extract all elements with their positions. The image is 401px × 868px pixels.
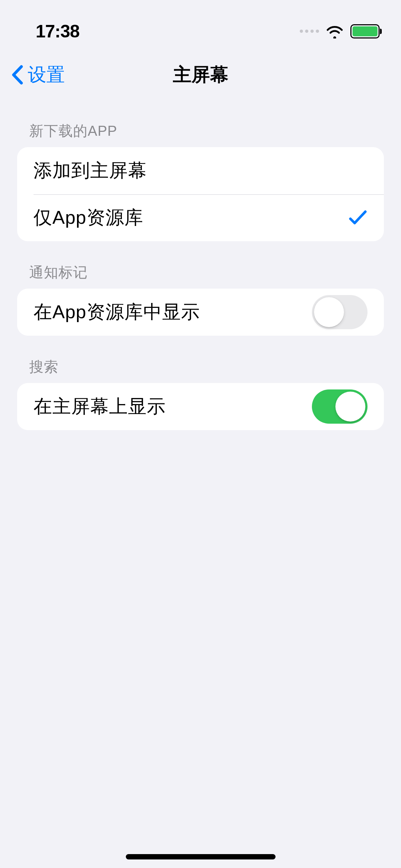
row-show-in-app-library: 在App资源库中显示 [17,289,384,336]
section-header-search: 搜索 [17,336,384,383]
group-new-apps: 添加到主屏幕 仅App资源库 [17,147,384,241]
section-header-badges: 通知标记 [17,241,384,289]
wifi-icon [325,24,344,38]
toggle-knob [314,297,344,327]
section-header-new-apps: 新下载的APP [17,100,384,147]
navigation-bar: 设置 主屏幕 [0,50,401,100]
content: 新下载的APP 添加到主屏幕 仅App资源库 通知标记 在App资源库中显示 搜… [0,100,401,430]
cellular-signal-icon [300,30,319,33]
status-indicators [300,24,380,38]
group-badges: 在App资源库中显示 [17,289,384,336]
row-label: 在App资源库中显示 [34,300,200,325]
status-bar: 17:38 [0,0,401,50]
page-title: 主屏幕 [173,62,228,87]
back-label: 设置 [28,62,65,87]
group-search: 在主屏幕上显示 [17,383,384,430]
chevron-left-icon [11,64,24,85]
option-label: 仅App资源库 [34,205,143,230]
option-app-library-only[interactable]: 仅App资源库 [17,194,384,241]
option-add-to-home[interactable]: 添加到主屏幕 [17,147,384,194]
row-show-on-home: 在主屏幕上显示 [17,383,384,430]
checkmark-icon [348,209,367,227]
toggle-show-in-app-library[interactable] [312,295,367,329]
home-indicator[interactable] [126,854,276,859]
option-label: 添加到主屏幕 [34,158,147,183]
status-time: 17:38 [36,21,79,42]
toggle-show-on-home[interactable] [312,389,367,424]
toggle-knob [335,392,365,422]
back-button[interactable]: 设置 [0,62,65,87]
row-label: 在主屏幕上显示 [34,394,166,419]
battery-icon [350,24,380,38]
